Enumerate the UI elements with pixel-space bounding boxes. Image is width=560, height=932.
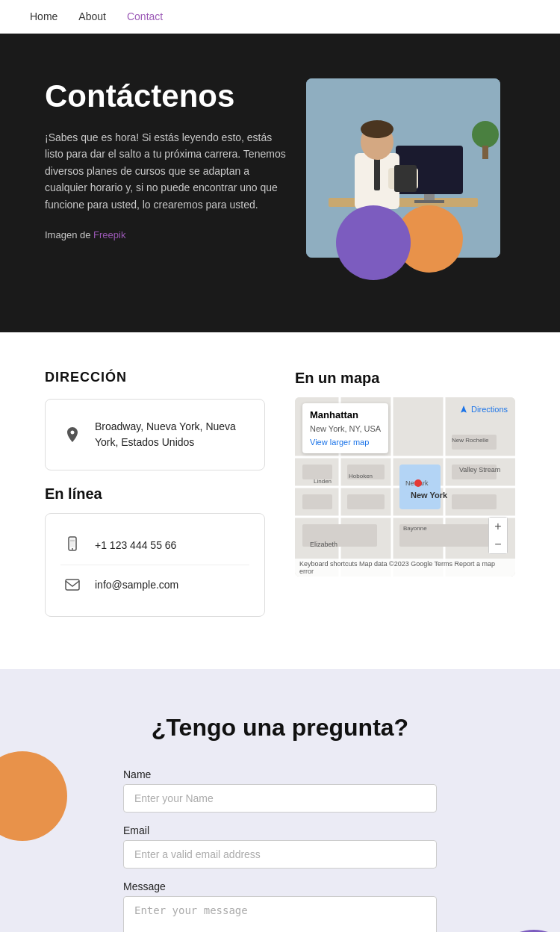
email-row: info@sample.com <box>60 565 249 604</box>
map-place: Manhattan <box>310 408 381 423</box>
form-title: ¿Tengo una pregunta? <box>30 714 530 742</box>
email-label: Email <box>123 824 437 836</box>
address-title: DIRECCIÓN <box>45 370 265 385</box>
svg-rect-32 <box>302 494 332 509</box>
svg-rect-1 <box>329 198 478 207</box>
map-region: New York, NY, USA <box>310 423 381 435</box>
name-field-group: Name <box>123 768 437 813</box>
svg-text:Elizabeth: Elizabeth <box>310 541 337 548</box>
contact-form: Name Email Message I accept the TÉRMINOS… <box>123 768 437 932</box>
form-section: ¿Tengo una pregunta? Name Email Message … <box>0 669 560 932</box>
svg-rect-17 <box>66 580 79 590</box>
location-icon <box>60 423 84 447</box>
email-icon <box>60 573 84 597</box>
message-field-group: Message <box>123 880 437 932</box>
nav-contact[interactable]: Contact <box>127 10 163 22</box>
phone-text: +1 123 444 55 66 <box>95 538 176 553</box>
map-info-label: Manhattan New York, NY, USA View larger … <box>302 403 388 453</box>
svg-rect-6 <box>374 157 380 190</box>
freepik-credit: Imagen de Freepik <box>45 228 291 243</box>
address-text: Broadway, Nueva York, Nueva York, Estado… <box>95 419 249 450</box>
svg-point-11 <box>472 121 499 148</box>
map-title: En un mapa <box>295 370 515 387</box>
map-zoom-out[interactable]: − <box>489 535 507 553</box>
email-input[interactable] <box>123 840 437 869</box>
hero-title: Contáctenos <box>45 78 291 114</box>
svg-rect-4 <box>414 200 444 203</box>
message-label: Message <box>123 880 437 892</box>
address-column: DIRECCIÓN Broadway, Nueva York, Nueva Yo… <box>45 370 265 632</box>
svg-rect-33 <box>347 494 385 509</box>
hero-image-area <box>291 78 515 288</box>
svg-point-15 <box>72 548 73 550</box>
freepik-link[interactable]: Freepik <box>93 229 125 240</box>
svg-text:New Rochelle: New Rochelle <box>452 437 489 444</box>
online-title: En línea <box>45 485 265 503</box>
hero-text: Contáctenos ¡Sabes que es hora! Si estás… <box>45 78 291 258</box>
svg-rect-10 <box>394 165 417 192</box>
svg-rect-12 <box>482 146 488 159</box>
svg-text:Valley Stream: Valley Stream <box>459 466 500 473</box>
map-container: Newark New York Elizabeth Valley Stream … <box>295 397 515 577</box>
svg-text:New York: New York <box>411 491 448 500</box>
form-deco-circle-orange <box>0 751 67 841</box>
hero-circle-purple <box>336 205 411 280</box>
email-field-group: Email <box>123 824 437 869</box>
email-text: info@sample.com <box>95 577 178 593</box>
navbar: Home About Contact <box>0 0 560 34</box>
svg-rect-14 <box>70 538 75 547</box>
hero-section: Contáctenos ¡Sabes que es hora! Si estás… <box>0 34 560 332</box>
svg-text:Linden: Linden <box>314 478 332 485</box>
contact-info-section: DIRECCIÓN Broadway, Nueva York, Nueva Yo… <box>0 332 560 669</box>
svg-text:Hoboken: Hoboken <box>349 473 373 479</box>
map-footer-text: Keyboard shortcuts Map data ©2023 Google… <box>295 559 515 577</box>
map-view-larger[interactable]: View larger map <box>310 436 381 449</box>
phone-icon <box>60 533 84 557</box>
name-input[interactable] <box>123 784 437 813</box>
name-label: Name <box>123 768 437 780</box>
svg-rect-29 <box>302 465 332 479</box>
address-card: Broadway, Nueva York, Nueva York, Estado… <box>45 399 265 470</box>
svg-text:Bayonne: Bayonne <box>403 525 427 532</box>
phone-row: +1 123 444 55 66 <box>60 526 249 565</box>
svg-rect-25 <box>399 465 441 509</box>
map-column: En un mapa <box>295 370 515 632</box>
svg-point-8 <box>361 120 393 138</box>
hero-description: ¡Sabes que es hora! Si estás leyendo est… <box>45 129 291 213</box>
address-row: Broadway, Nueva York, Nueva York, Estado… <box>60 411 249 458</box>
message-textarea[interactable] <box>123 896 437 932</box>
map-zoom-controls[interactable]: + − <box>488 517 508 554</box>
map-directions[interactable]: Directions <box>459 405 508 414</box>
map-zoom-in[interactable]: + <box>489 518 507 535</box>
svg-rect-34 <box>452 494 497 509</box>
nav-about[interactable]: About <box>78 10 106 22</box>
nav-home[interactable]: Home <box>30 10 57 22</box>
svg-point-45 <box>414 479 422 487</box>
online-card: +1 123 444 55 66 info@sample.com <box>45 513 265 617</box>
